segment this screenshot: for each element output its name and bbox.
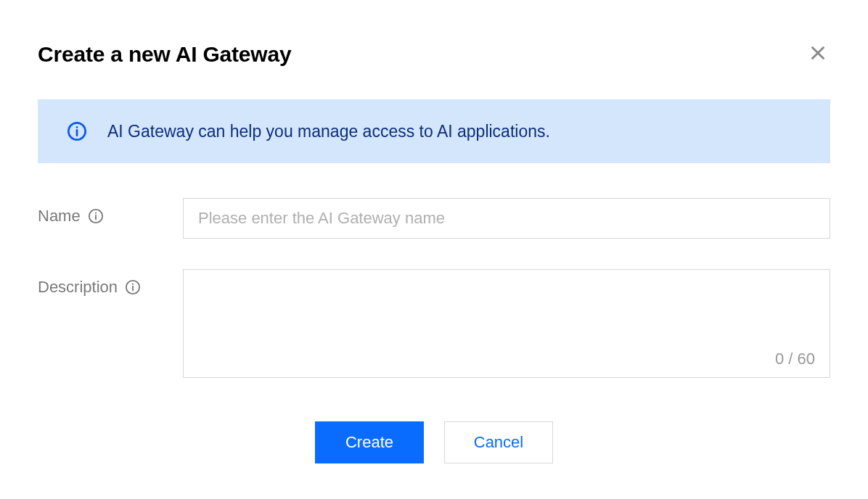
svg-point-4 — [76, 126, 78, 128]
cancel-button[interactable]: Cancel — [444, 421, 553, 463]
info-banner-text: AI Gateway can help you manage access to… — [107, 122, 550, 141]
description-textarea-wrap: 0 / 60 — [183, 269, 830, 378]
info-icon — [67, 121, 87, 141]
name-label: Name — [38, 207, 81, 226]
description-label: Description — [38, 278, 118, 297]
name-row: Name — [38, 198, 830, 239]
create-ai-gateway-dialog: Create a new AI Gateway AI Gateway can h… — [0, 0, 868, 492]
create-button[interactable]: Create — [315, 421, 424, 463]
description-row: Description 0 / 60 — [38, 269, 830, 378]
description-char-counter: 0 / 60 — [775, 350, 815, 368]
name-help-icon[interactable] — [88, 208, 104, 224]
dialog-header: Create a new AI Gateway — [38, 41, 830, 67]
dialog-title: Create a new AI Gateway — [38, 42, 291, 67]
svg-point-7 — [95, 213, 97, 214]
name-label-cell: Name — [38, 198, 183, 226]
name-input-cell — [183, 198, 830, 239]
name-input[interactable] — [183, 198, 830, 239]
button-row: Create Cancel — [38, 421, 830, 463]
description-label-cell: Description — [38, 269, 183, 297]
close-button[interactable] — [806, 41, 830, 67]
description-input-cell: 0 / 60 — [183, 269, 830, 378]
info-banner: AI Gateway can help you manage access to… — [38, 99, 830, 163]
description-help-icon[interactable] — [125, 279, 141, 295]
svg-point-10 — [132, 284, 134, 285]
description-input[interactable] — [184, 270, 830, 377]
close-icon — [808, 44, 827, 65]
